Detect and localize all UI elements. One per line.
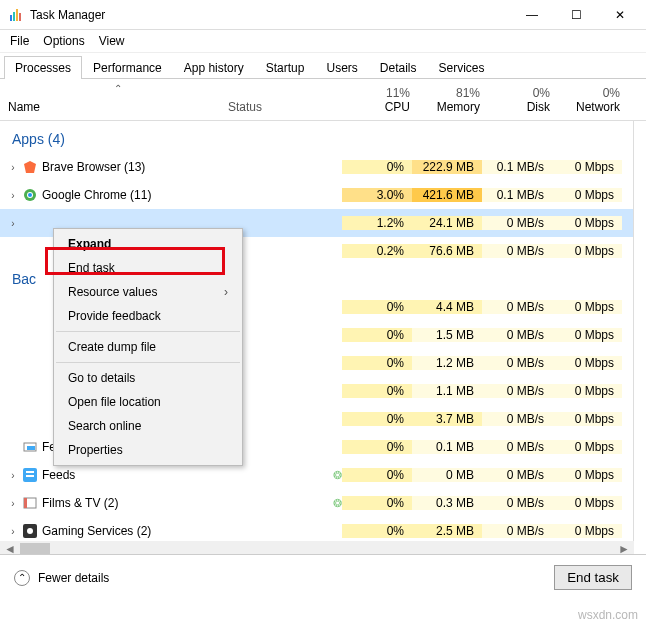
tab-performance[interactable]: Performance <box>82 56 173 79</box>
sort-arrow-icon: ⌃ <box>8 83 228 94</box>
svg-rect-12 <box>26 475 34 477</box>
col-cpu[interactable]: 11% CPU <box>348 86 418 114</box>
cpu-cell: 3.0% <box>342 188 412 202</box>
process-name: Feeds <box>42 468 75 482</box>
context-menu: Expand End task Resource values Provide … <box>53 228 243 466</box>
svg-point-16 <box>27 528 33 534</box>
chevron-right-icon[interactable]: › <box>8 498 18 509</box>
gaming-icon <box>22 523 38 539</box>
end-task-button[interactable]: End task <box>554 565 632 590</box>
row-gaming[interactable]: › Gaming Services (2) 0% 2.5 MB 0 MB/s 0… <box>0 517 633 541</box>
menu-view[interactable]: View <box>99 34 125 48</box>
net-cell: 0 Mbps <box>552 188 622 202</box>
maximize-button[interactable]: ☐ <box>554 0 598 30</box>
cpu-cell: 0% <box>342 160 412 174</box>
window-title: Task Manager <box>30 8 105 22</box>
films-icon <box>22 495 38 511</box>
feature-icon <box>22 439 38 455</box>
tab-startup[interactable]: Startup <box>255 56 316 79</box>
separator <box>56 362 240 363</box>
tab-details[interactable]: Details <box>369 56 428 79</box>
svg-point-7 <box>28 193 32 197</box>
tab-processes[interactable]: Processes <box>4 56 82 79</box>
svg-rect-11 <box>26 471 34 473</box>
col-status[interactable]: Status <box>228 100 348 114</box>
app-icon <box>22 215 38 231</box>
ctx-expand[interactable]: Expand <box>54 232 242 256</box>
svg-rect-2 <box>16 9 18 21</box>
ctx-end-task[interactable]: End task <box>54 256 242 280</box>
tab-app-history[interactable]: App history <box>173 56 255 79</box>
col-network[interactable]: 0% Network <box>558 86 628 114</box>
mem-cell: 222.9 MB <box>412 160 482 174</box>
process-name: Gaming Services (2) <box>42 524 151 538</box>
fewer-details-link[interactable]: Fewer details <box>38 571 109 585</box>
menu-options[interactable]: Options <box>43 34 84 48</box>
process-name: Brave Browser (13) <box>42 160 145 174</box>
net-cell: 0 Mbps <box>552 216 622 230</box>
svg-rect-3 <box>19 13 21 21</box>
disk-cell: 0 MB/s <box>482 216 552 230</box>
vertical-scrollbar[interactable] <box>633 121 634 541</box>
app-icon <box>8 7 24 23</box>
chevron-right-icon[interactable]: › <box>8 162 18 173</box>
chevron-right-icon[interactable]: › <box>8 218 18 229</box>
mem-cell: 24.1 MB <box>412 216 482 230</box>
leaf-icon: ❂ <box>333 497 342 510</box>
minimize-button[interactable]: — <box>510 0 554 30</box>
chevron-up-icon[interactable]: ⌃ <box>14 570 30 586</box>
svg-rect-0 <box>10 15 12 21</box>
footer: ⌃ Fewer details End task <box>0 554 646 600</box>
leaf-icon: ❂ <box>333 469 342 482</box>
brave-icon <box>22 159 38 175</box>
net-cell: 0 Mbps <box>552 160 622 174</box>
tab-services[interactable]: Services <box>428 56 496 79</box>
ctx-open-file-location[interactable]: Open file location <box>54 390 242 414</box>
chevron-right-icon[interactable]: › <box>8 526 18 537</box>
ctx-search-online[interactable]: Search online <box>54 414 242 438</box>
ctx-provide-feedback[interactable]: Provide feedback <box>54 304 242 328</box>
col-name[interactable]: Name <box>8 100 228 114</box>
close-button[interactable]: ✕ <box>598 0 642 30</box>
svg-marker-4 <box>24 161 36 173</box>
separator <box>56 331 240 332</box>
process-name: Google Chrome (11) <box>42 188 151 202</box>
process-name: Films & TV (2) <box>42 496 118 510</box>
row-films[interactable]: › Films & TV (2) ❂ 0% 0.3 MB 0 MB/s 0 Mb… <box>0 489 633 517</box>
row-brave[interactable]: › Brave Browser (13) 0% 222.9 MB 0.1 MB/… <box>0 153 633 181</box>
watermark: wsxdn.com <box>578 608 638 622</box>
row-chrome[interactable]: › Google Chrome (11) 3.0% 421.6 MB 0.1 M… <box>0 181 633 209</box>
ctx-create-dump[interactable]: Create dump file <box>54 335 242 359</box>
svg-rect-14 <box>24 498 27 508</box>
chevron-right-icon[interactable]: › <box>8 190 18 201</box>
ctx-resource-values[interactable]: Resource values <box>54 280 242 304</box>
column-headers: ⌃ Name Status 11% CPU 81% Memory 0% Disk… <box>0 79 646 121</box>
svg-rect-1 <box>13 12 15 21</box>
col-disk[interactable]: 0% Disk <box>488 86 558 114</box>
svg-rect-9 <box>27 446 35 450</box>
menubar: File Options View <box>0 30 646 53</box>
tab-users[interactable]: Users <box>315 56 368 79</box>
feeds-icon <box>22 467 38 483</box>
chevron-right-icon[interactable]: › <box>8 470 18 481</box>
chrome-icon <box>22 187 38 203</box>
mem-cell: 421.6 MB <box>412 188 482 202</box>
group-apps: Apps (4) <box>0 121 633 153</box>
col-memory[interactable]: 81% Memory <box>418 86 488 114</box>
cpu-cell: 1.2% <box>342 216 412 230</box>
ctx-go-to-details[interactable]: Go to details <box>54 366 242 390</box>
disk-cell: 0.1 MB/s <box>482 160 552 174</box>
tabs: Processes Performance App history Startu… <box>0 55 646 79</box>
titlebar: Task Manager — ☐ ✕ <box>0 0 646 30</box>
disk-cell: 0.1 MB/s <box>482 188 552 202</box>
menu-file[interactable]: File <box>10 34 29 48</box>
ctx-properties[interactable]: Properties <box>54 438 242 462</box>
